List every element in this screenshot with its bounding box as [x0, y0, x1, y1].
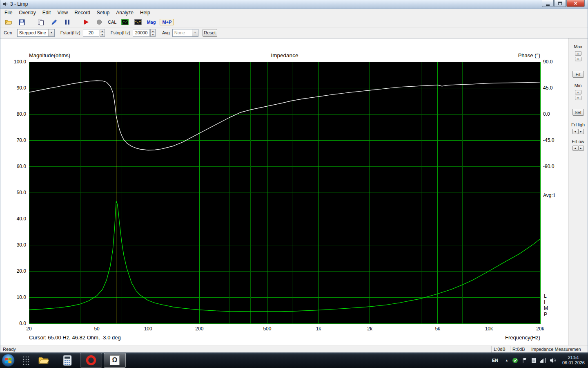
svg-text:Frequency(Hz): Frequency(Hz)	[505, 334, 540, 341]
svg-text:2k: 2k	[367, 326, 373, 332]
start-button[interactable]	[1, 353, 16, 368]
taskbar-item-opera[interactable]	[80, 353, 102, 368]
start-measurement-button[interactable]	[82, 18, 91, 26]
frlow-right-button[interactable]: ►	[578, 146, 584, 151]
minimize-button[interactable]	[542, 0, 554, 7]
status-ready: Ready	[0, 347, 491, 352]
titlebar: 3 - Limp ×	[0, 0, 588, 9]
menu-item-setup[interactable]: Setup	[94, 9, 113, 16]
save-button[interactable]	[17, 18, 26, 26]
maximize-button[interactable]	[554, 0, 566, 7]
spin-up-icon[interactable]: ▲	[150, 29, 156, 33]
max-down-button[interactable]: ▼	[575, 57, 581, 61]
menu-item-overlay[interactable]: Overlay	[16, 9, 39, 16]
avg-select[interactable]: None ▼	[172, 29, 198, 37]
svg-text:Avg:1: Avg:1	[543, 193, 556, 198]
fstop-spinner[interactable]: ▲ ▼	[150, 29, 156, 37]
open-file-button[interactable]	[4, 18, 13, 26]
svg-text:-45.0: -45.0	[543, 137, 555, 143]
app-icon	[2, 1, 8, 7]
fstop-input[interactable]: 20000	[133, 29, 150, 37]
taskbar: Ω EN ▲ 21:51 06.01.2026	[0, 352, 588, 368]
calibrate-button[interactable]: CAL	[108, 20, 116, 25]
clock[interactable]: 21:51 06.01.2026	[562, 355, 585, 366]
spin-down-icon[interactable]: ▼	[100, 33, 105, 37]
pause-button[interactable]	[62, 18, 71, 26]
chevron-down-icon: ▼	[48, 29, 54, 36]
close-button[interactable]: ×	[566, 0, 585, 7]
clock-date: 06.01.2026	[562, 360, 585, 366]
fstart-input[interactable]: 20	[83, 29, 99, 37]
screen: 3 - Limp × FileOverlayEditViewRecordSetu…	[0, 0, 588, 368]
reset-button[interactable]: Reset	[203, 29, 217, 37]
overlay-chart-button[interactable]	[120, 18, 129, 26]
statusbar: Ready L:0dB R:0dB Impedance Measuremen	[0, 346, 588, 352]
min-label: Min	[575, 83, 582, 88]
menubar: FileOverlayEditViewRecordSetupAnalyzeHel…	[0, 9, 588, 17]
floppy-disk-icon	[19, 19, 25, 25]
taskbar-item-calculator[interactable]	[56, 353, 78, 368]
svg-text:50: 50	[94, 326, 100, 332]
fstop-value: 20000	[135, 30, 148, 35]
svg-text:500: 500	[263, 326, 271, 332]
fit-button[interactable]: Fit	[572, 71, 584, 78]
signal-view-button[interactable]	[134, 18, 143, 26]
impedance-chart[interactable]: Magnitude(ohms)ImpedancePhase (°)100.090…	[0, 38, 568, 346]
svg-text:Phase (°): Phase (°)	[518, 52, 540, 58]
menu-item-edit[interactable]: Edit	[39, 9, 54, 16]
network-icon[interactable]	[540, 358, 546, 363]
menu-item-record[interactable]: Record	[71, 9, 94, 16]
svg-text:Impedance: Impedance	[271, 52, 298, 58]
taskbar-grip-icon[interactable]	[21, 353, 31, 368]
toolbar: CAL Mag M+P	[0, 17, 588, 28]
language-indicator[interactable]: EN	[492, 358, 498, 363]
tray-expand-icon[interactable]: ▲	[505, 359, 508, 362]
limp-app-icon: Ω	[110, 355, 120, 365]
svg-text:100.0: 100.0	[14, 59, 26, 65]
avg-label: Avg	[162, 30, 170, 35]
calculator-icon	[63, 355, 72, 366]
frlow-stepper: ◄ ►	[572, 146, 584, 151]
frlow-label: FrLow	[572, 139, 584, 144]
arrow-left-icon: ◄	[574, 147, 577, 150]
copy-button[interactable]	[36, 18, 45, 26]
max-up-button[interactable]: ▲	[575, 51, 581, 56]
menu-item-view[interactable]: View	[54, 9, 71, 16]
copy-icon	[38, 19, 44, 25]
svg-text:P: P	[544, 312, 547, 317]
folder-icon	[38, 356, 49, 365]
taskbar-item-limp[interactable]: Ω	[104, 353, 126, 368]
menu-item-analyze[interactable]: Analyze	[113, 9, 137, 16]
taskbar-item-explorer[interactable]	[33, 353, 55, 368]
stop-button[interactable]	[95, 18, 104, 26]
mag-phase-toggle[interactable]: M+P	[160, 19, 174, 25]
menu-item-file[interactable]: File	[1, 9, 16, 16]
min-down-button[interactable]: ▼	[575, 96, 581, 100]
edit-pen-button[interactable]	[49, 18, 58, 26]
dots-grid-icon	[22, 355, 30, 365]
volume-icon[interactable]	[550, 358, 556, 363]
frhigh-label: FrHigh	[571, 122, 585, 127]
svg-text:L: L	[544, 293, 547, 299]
menu-item-help[interactable]: Help	[137, 9, 154, 16]
svg-text:I: I	[544, 299, 545, 305]
action-center-flag-icon[interactable]	[522, 357, 528, 363]
frlow-left-button[interactable]: ◄	[572, 146, 578, 151]
document-icon[interactable]	[531, 357, 536, 363]
svg-text:10k: 10k	[485, 326, 493, 332]
magnitude-toggle[interactable]: Mag	[147, 20, 156, 25]
spin-up-icon[interactable]: ▲	[100, 29, 105, 33]
svg-text:100: 100	[144, 326, 152, 332]
spin-down-icon[interactable]: ▼	[150, 33, 156, 37]
windows-orb-icon	[1, 353, 15, 367]
svg-text:10.0: 10.0	[17, 294, 27, 300]
min-up-button[interactable]: ▲	[575, 90, 581, 94]
frhigh-right-button[interactable]: ►	[578, 129, 584, 134]
security-check-icon[interactable]	[512, 357, 518, 364]
set-button[interactable]: Set	[572, 109, 584, 116]
frhigh-left-button[interactable]: ◄	[572, 129, 578, 134]
fstart-label: Fstart(Hz)	[60, 30, 80, 35]
fstart-spinner[interactable]: ▲ ▼	[100, 29, 105, 37]
generator-select[interactable]: Stepped Sine ▼	[17, 29, 55, 37]
speaker-icon	[2, 1, 8, 7]
